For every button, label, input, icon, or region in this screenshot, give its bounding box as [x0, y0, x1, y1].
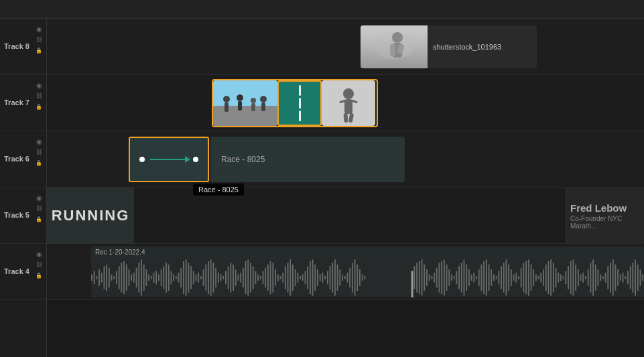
track-row-track5: RUNNING Fred Lebow Co-Founder NYC Marath… [47, 188, 644, 244]
svg-rect-145 [441, 261, 442, 294]
tooltip-race: Race - 8025 [193, 184, 244, 196]
track-label-track4[interactable]: Track 4 [0, 244, 46, 300]
svg-rect-57 [178, 273, 180, 283]
audio-label: Rec 1-20-2022.4 [91, 246, 644, 258]
svg-rect-166 [493, 275, 495, 281]
clip-track7-teal[interactable] [277, 80, 322, 126]
svg-rect-46 [151, 276, 152, 279]
svg-rect-193 [560, 275, 562, 281]
svg-rect-77 [228, 266, 229, 289]
clip-track4-audio[interactable]: Rec 1-20-2022.4 [91, 246, 644, 297]
svg-rect-120 [334, 259, 336, 295]
svg-rect-149 [451, 275, 452, 281]
svg-rect-159 [476, 276, 477, 279]
svg-rect-107 [302, 275, 304, 281]
svg-rect-182 [533, 269, 534, 286]
track-label-track5[interactable]: Track 5 [0, 188, 46, 244]
track8-icons [34, 24, 44, 55]
svg-rect-188 [548, 261, 549, 294]
clip-shutterstock[interactable]: shutterstock_101963 [361, 25, 537, 68]
track6-link-icon[interactable] [34, 147, 44, 157]
track7-link-icon[interactable] [34, 91, 44, 100]
svg-rect-186 [543, 269, 544, 286]
svg-rect-135 [416, 263, 417, 292]
track4-link-icon[interactable] [34, 260, 44, 269]
svg-rect-50 [161, 269, 162, 286]
svg-rect-121 [337, 265, 338, 291]
svg-rect-92 [265, 268, 266, 288]
track4-eye-icon[interactable] [34, 249, 44, 259]
track8-eye-icon[interactable] [34, 24, 44, 33]
svg-rect-34 [121, 263, 122, 292]
track7-eye-icon[interactable] [34, 80, 44, 90]
svg-rect-96 [275, 269, 276, 286]
svg-rect-185 [540, 273, 541, 283]
svg-rect-174 [513, 275, 515, 281]
track4-lock-icon[interactable] [34, 271, 44, 280]
svg-rect-197 [570, 261, 572, 294]
motion-line [150, 159, 188, 160]
svg-rect-142 [434, 273, 435, 283]
svg-rect-54 [171, 271, 172, 285]
clip-track5-running[interactable]: RUNNING [47, 188, 134, 244]
svg-rect-209 [600, 275, 601, 281]
svg-rect-169 [501, 266, 502, 289]
clip-track6-race[interactable]: Race - 8025 [210, 137, 405, 182]
svg-rect-40 [136, 268, 137, 288]
vert-icon [299, 85, 301, 121]
track-sidebar: Track 8 Track 7 Track 6 [0, 19, 47, 357]
waveform-container [91, 258, 644, 297]
track5-lock-icon[interactable] [34, 214, 44, 224]
track4-name: Track 4 [4, 267, 29, 275]
svg-rect-48 [155, 271, 157, 285]
track-label-track6[interactable]: Track 6 [0, 131, 46, 188]
track5-eye-icon[interactable] [34, 193, 44, 202]
clip-track7-runners[interactable] [213, 80, 277, 126]
track8-link-icon[interactable] [34, 35, 44, 44]
svg-rect-56 [176, 276, 177, 279]
track5-link-icon[interactable] [34, 204, 44, 213]
clip-track5-fred[interactable]: Fred Lebow Co-Founder NYC Marath... [565, 188, 644, 244]
svg-rect-110 [310, 261, 311, 294]
svg-rect-5 [213, 80, 277, 106]
svg-rect-195 [565, 271, 566, 285]
svg-rect-27 [104, 266, 105, 289]
svg-rect-35 [123, 261, 125, 294]
motion-arrowhead [185, 156, 190, 163]
svg-rect-76 [225, 271, 227, 285]
svg-rect-133 [411, 271, 413, 297]
svg-rect-6 [213, 106, 277, 126]
track8-name: Track 8 [4, 42, 29, 50]
svg-rect-119 [332, 263, 333, 292]
svg-rect-223 [635, 259, 636, 295]
svg-rect-55 [173, 275, 174, 281]
svg-rect-201 [580, 275, 582, 281]
svg-rect-128 [355, 259, 356, 295]
svg-rect-32 [116, 271, 117, 285]
track-label-track7[interactable]: Track 7 [0, 75, 46, 131]
svg-rect-134 [413, 266, 415, 289]
svg-rect-140 [429, 275, 430, 281]
clip-track7-solo[interactable] [322, 80, 375, 126]
svg-rect-137 [422, 259, 423, 295]
svg-rect-47 [153, 273, 155, 283]
svg-rect-154 [464, 259, 465, 295]
svg-rect-102 [289, 259, 291, 295]
track8-lock-icon[interactable] [34, 46, 44, 55]
svg-rect-38 [131, 275, 132, 281]
track6-lock-icon[interactable] [34, 158, 44, 167]
svg-rect-103 [292, 265, 294, 291]
track-label-track8[interactable]: Track 8 [0, 19, 46, 75]
svg-rect-39 [133, 273, 135, 283]
svg-rect-202 [582, 273, 584, 283]
track6-eye-icon[interactable] [34, 137, 44, 146]
svg-rect-224 [637, 265, 639, 291]
track7-lock-icon[interactable] [34, 102, 44, 111]
svg-point-16 [343, 88, 354, 99]
clip-track6-motion[interactable] [129, 137, 209, 182]
svg-rect-65 [198, 273, 199, 283]
svg-rect-210 [602, 276, 604, 279]
svg-rect-79 [233, 265, 234, 291]
svg-rect-71 [212, 263, 214, 292]
svg-rect-126 [349, 268, 350, 288]
